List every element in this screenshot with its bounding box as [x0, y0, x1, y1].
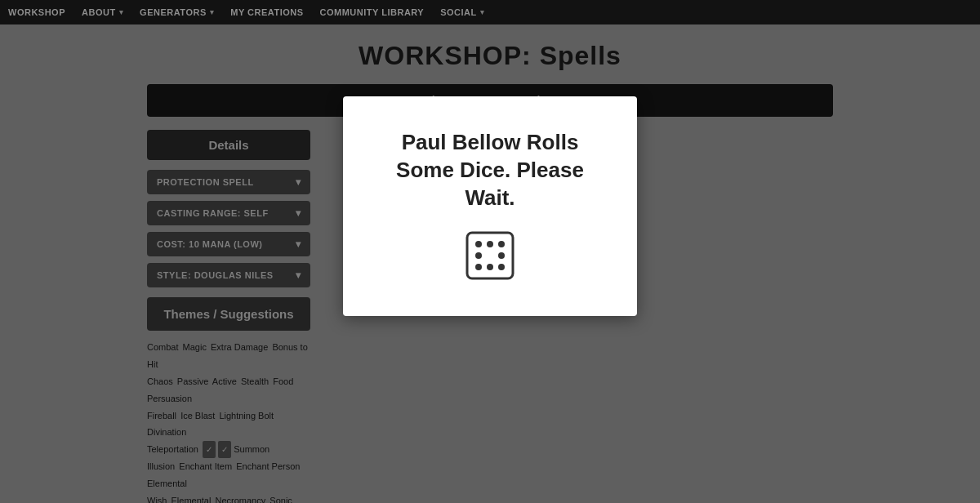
modal-dialog: Paul Bellow Rolls Some Dice. Please Wait…	[343, 96, 637, 316]
modal-overlay: Paul Bellow Rolls Some Dice. Please Wait…	[0, 0, 980, 503]
svg-point-5	[475, 264, 482, 270]
svg-point-4	[475, 252, 482, 259]
svg-point-1	[475, 241, 482, 247]
svg-point-3	[498, 241, 505, 247]
svg-point-7	[498, 264, 505, 270]
svg-point-6	[487, 264, 493, 270]
svg-point-8	[498, 252, 505, 259]
dice-icon	[466, 231, 514, 280]
svg-rect-0	[467, 233, 513, 278]
modal-title: Paul Bellow Rolls Some Dice. Please Wait…	[384, 129, 596, 211]
svg-point-2	[487, 241, 493, 247]
